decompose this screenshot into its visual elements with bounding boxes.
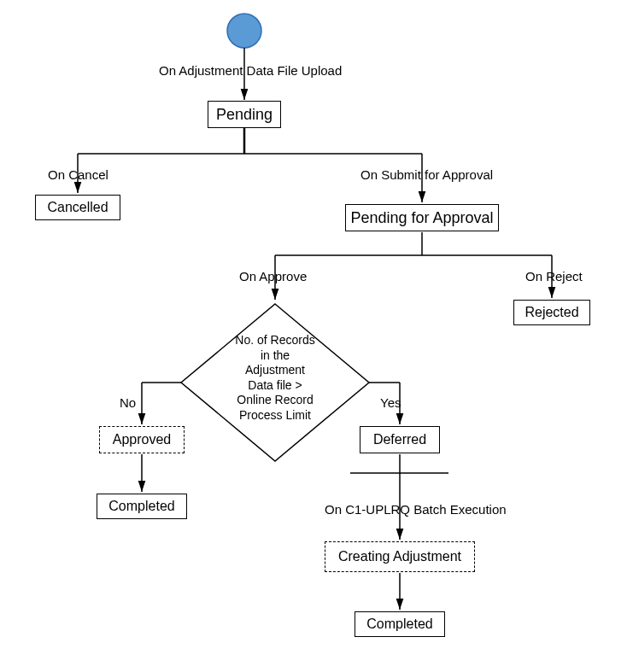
decision-line: Adjustment [245,363,305,377]
node-label: Pending [216,106,273,124]
node-label: Completed [366,616,432,632]
node-approved: Approved [99,426,185,453]
node-label: Completed [108,499,174,514]
decision-line: Data file > [248,378,302,392]
decision-line: Process Limit [239,408,311,422]
decision-line: No. of Records [235,333,314,347]
decision-text: No. of Records in the Adjustment Data fi… [211,333,339,423]
node-pending: Pending [208,101,281,128]
node-completed-right: Completed [355,611,445,637]
edge-label-batch: On C1-UPLRQ Batch Execution [325,502,507,517]
edge-label-upload: On Adjustment Data File Upload [159,63,330,78]
edge-label-yes: Yes [380,395,401,410]
node-completed-left: Completed [97,494,187,519]
node-label: Cancelled [47,200,108,215]
edge-label-submit: On Submit for Approval [360,167,493,182]
edge-label-cancel: On Cancel [48,167,108,182]
decision-line: in the [261,348,290,362]
node-label: Creating Adjustment [338,549,461,564]
edge-label-no: No [120,395,136,410]
node-label: Deferred [373,432,426,447]
node-rejected: Rejected [513,300,590,325]
node-label: Approved [113,432,172,447]
flowchart-stage: On Adjustment Data File Upload On Cancel… [0,0,633,672]
node-pending-approval: Pending for Approval [345,204,499,231]
node-deferred: Deferred [360,426,440,453]
node-creating-adjustment: Creating Adjustment [325,541,475,572]
edge-label-approve: On Approve [239,269,307,283]
node-cancelled: Cancelled [35,195,120,220]
node-label: Pending for Approval [350,209,493,227]
start-node [227,14,261,48]
edge-label-reject: On Reject [525,269,583,283]
decision-line: Online Record [237,393,314,406]
node-label: Rejected [525,305,578,320]
